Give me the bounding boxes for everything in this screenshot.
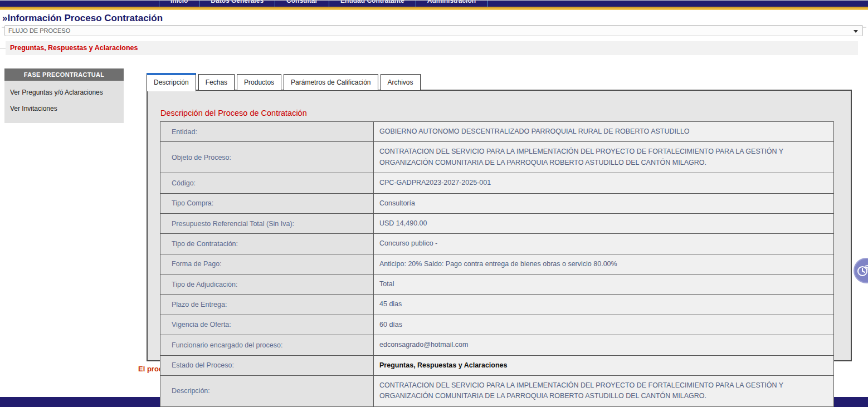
tab-parametros-de-calificacion[interactable]: Parámetros de Calificación (284, 74, 378, 90)
field-label: Descripción: (160, 375, 374, 406)
field-value: Concurso publico - (374, 234, 834, 254)
process-details-table: Entidad:GOBIERNO AUTONOMO DESCENTRALIZAD… (160, 121, 834, 407)
nav-item-datos-generales[interactable]: Datos Generales (199, 1, 275, 7)
table-row: Estado del Proceso:Preguntas, Respuestas… (160, 355, 834, 375)
tab-bar: DescripciónFechasProductosParámetros de … (147, 71, 423, 90)
field-label: Vigencia de Oferta: (160, 315, 374, 335)
top-navigation-bar: InicioDatos GeneralesConsultarEntidad Co… (0, 1, 868, 7)
nav-item-administracion[interactable]: Administración (416, 1, 487, 7)
process-status-banner: Preguntas, Respuestas y Aclaraciones (6, 41, 858, 55)
table-row: Descripción:CONTRATACION DEL SERVICIO PA… (160, 375, 834, 406)
field-label: Forma de Pago: (160, 254, 374, 274)
field-label: Presupuesto Referencial Total (Sin Iva): (160, 213, 374, 233)
table-row: Tipo de Contratación:Concurso publico - (160, 234, 834, 254)
sidebar: FASE PRECONTRACTUAL Ver Preguntas y/ó Ac… (4, 68, 124, 123)
table-row: Tipo de Adjudicación:Total (160, 274, 834, 295)
table-row: Tipo Compra:Consultoría (160, 193, 834, 213)
field-value: CONTRATACION DEL SERVICIO PARA LA IMPLEM… (374, 142, 834, 173)
gold-accent-stripe (0, 7, 868, 10)
field-value: 45 dias (374, 295, 834, 315)
field-label: Plazo de Entrega: (160, 295, 374, 315)
field-label: Tipo de Contratación: (160, 234, 374, 254)
field-value: CONTRATACION DEL SERVICIO PARA LA IMPLEM… (374, 375, 834, 406)
tab-fechas[interactable]: Fechas (198, 74, 235, 90)
top-nav-menu: InicioDatos GeneralesConsultarEntidad Co… (159, 1, 487, 7)
field-value: Consultoría (374, 193, 834, 213)
table-row: Funcionario encargado del proceso:edcons… (160, 335, 834, 355)
sidebar-item-ver-preguntas-y-o-aclaraciones[interactable]: Ver Preguntas y/ó Aclaraciones (4, 84, 124, 100)
procurement-process-page: InicioDatos GeneralesConsultarEntidad Co… (0, 0, 868, 407)
field-label: Tipo Compra: (160, 193, 374, 213)
table-row: Código:CPC-GADPRA2023-2027-2025-001 (160, 173, 834, 193)
process-timer-widget[interactable] (854, 258, 868, 283)
nav-item-entidad-contratante[interactable]: Entidad Contratante (329, 1, 416, 7)
process-flow-selected-value: FLUJO DE PROCESO (8, 27, 70, 34)
field-label: Estado del Proceso: (160, 355, 374, 375)
tab-archivos[interactable]: Archivos (381, 74, 421, 90)
field-value: CPC-GADPRA2023-2027-2025-001 (374, 173, 834, 193)
table-row: Entidad:GOBIERNO AUTONOMO DESCENTRALIZAD… (160, 122, 834, 142)
process-status-text: Preguntas, Respuestas y Aclaraciones (10, 44, 138, 52)
field-value: Preguntas, Respuestas y Aclaraciones (374, 355, 834, 375)
field-value: Anticipo: 20% Saldo: Pago contra entrega… (374, 254, 834, 274)
tab-descripcion[interactable]: Descripción (147, 73, 196, 91)
panel-heading: Descripción del Proceso de Contratación (160, 109, 851, 117)
field-label: Tipo de Adjudicación: (160, 274, 374, 295)
field-value: edconsagrado@hotmail.com (374, 335, 834, 355)
field-value: GOBIERNO AUTONOMO DESCENTRALIZADO PARROQ… (374, 122, 834, 142)
field-label: Entidad: (160, 122, 374, 142)
field-value: USD 14,490.00 (374, 213, 834, 233)
process-details-rows: Entidad:GOBIERNO AUTONOMO DESCENTRALIZAD… (160, 122, 834, 407)
field-label: Funcionario encargado del proceso: (160, 335, 374, 355)
chevron-down-icon (854, 30, 858, 33)
nav-item-inicio[interactable]: Inicio (159, 1, 199, 7)
field-label: Código: (160, 173, 374, 193)
nav-item-consultar[interactable]: Consultar (275, 1, 329, 7)
table-row: Objeto de Proceso:CONTRATACION DEL SERVI… (160, 142, 834, 173)
field-value: 60 días (374, 315, 834, 335)
field-label: Objeto de Proceso: (160, 142, 374, 173)
table-row: Vigencia de Oferta:60 días (160, 315, 834, 335)
sidebar-title: FASE PRECONTRACTUAL (4, 68, 124, 81)
description-tab-panel: Descripción del Proceso de Contratación … (147, 90, 852, 361)
winged-clock-icon (857, 264, 868, 277)
table-row: Plazo de Entrega:45 dias (160, 295, 834, 315)
sidebar-item-ver-invitaciones[interactable]: Ver Invitaciones (4, 100, 124, 116)
process-flow-select[interactable]: FLUJO DE PROCESO (4, 25, 863, 36)
tab-productos[interactable]: Productos (237, 74, 281, 90)
sidebar-menu: Ver Preguntas y/ó AclaracionesVer Invita… (4, 81, 124, 123)
field-value: Total (374, 274, 834, 295)
table-row: Presupuesto Referencial Total (Sin Iva):… (160, 213, 834, 233)
table-row: Forma de Pago:Anticipo: 20% Saldo: Pago … (160, 254, 834, 274)
